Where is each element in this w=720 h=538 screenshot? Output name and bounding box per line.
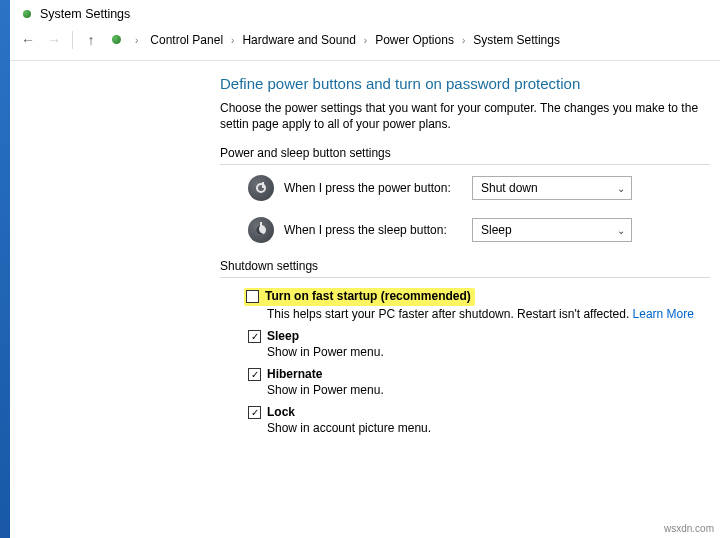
power-options-icon <box>18 6 34 22</box>
breadcrumb-control-panel[interactable]: Control Panel <box>146 31 227 49</box>
fast-startup-checkbox[interactable] <box>246 290 259 303</box>
fast-startup-label: Turn on fast startup (recommended) <box>265 289 471 303</box>
power-icon <box>248 175 274 201</box>
sleep-checkbox[interactable] <box>248 330 261 343</box>
sleep-description: Show in Power menu. <box>267 345 720 359</box>
forward-button: → <box>44 30 64 50</box>
power-button-value: Shut down <box>481 181 538 195</box>
power-button-row: When I press the power button: Shut down… <box>248 175 720 201</box>
content-area: Define power buttons and turn on passwor… <box>10 61 720 435</box>
section-power-sleep-title: Power and sleep button settings <box>220 146 710 165</box>
power-button-select[interactable]: Shut down ⌄ <box>472 176 632 200</box>
navbar: ← → ↑ › Control Panel › Hardware and Sou… <box>10 26 720 61</box>
chevron-right-icon: › <box>133 35 140 46</box>
page-description: Choose the power settings that you want … <box>220 100 720 132</box>
hibernate-checkbox[interactable] <box>248 368 261 381</box>
lock-description: Show in account picture menu. <box>267 421 720 435</box>
hibernate-label: Hibernate <box>267 367 322 381</box>
breadcrumb-hardware-sound[interactable]: Hardware and Sound <box>238 31 359 49</box>
learn-more-link[interactable]: Learn More <box>633 307 694 321</box>
divider <box>72 31 73 49</box>
breadcrumb-system-settings[interactable]: System Settings <box>469 31 564 49</box>
breadcrumb-power-options[interactable]: Power Options <box>371 31 458 49</box>
lock-label: Lock <box>267 405 295 419</box>
power-button-label: When I press the power button: <box>284 181 462 195</box>
watermark: wsxdn.com <box>664 523 714 534</box>
sleep-icon <box>248 217 274 243</box>
up-button[interactable]: ↑ <box>81 30 101 50</box>
section-shutdown-title: Shutdown settings <box>220 259 710 278</box>
fast-startup-description: This helps start your PC faster after sh… <box>267 307 720 321</box>
chevron-right-icon: › <box>229 35 236 46</box>
sleep-button-row: When I press the sleep button: Sleep ⌄ <box>248 217 720 243</box>
sleep-button-value: Sleep <box>481 223 512 237</box>
sleep-button-label: When I press the sleep button: <box>284 223 462 237</box>
sleep-label: Sleep <box>267 329 299 343</box>
window-title: System Settings <box>40 7 130 21</box>
chevron-down-icon: ⌄ <box>617 225 625 236</box>
breadcrumb: Control Panel › Hardware and Sound › Pow… <box>146 31 564 49</box>
sleep-button-select[interactable]: Sleep ⌄ <box>472 218 632 242</box>
power-options-icon <box>107 31 125 49</box>
chevron-right-icon: › <box>460 35 467 46</box>
hibernate-description: Show in Power menu. <box>267 383 720 397</box>
chevron-down-icon: ⌄ <box>617 183 625 194</box>
titlebar: System Settings <box>10 0 720 26</box>
chevron-right-icon: › <box>362 35 369 46</box>
back-button[interactable]: ← <box>18 30 38 50</box>
lock-checkbox[interactable] <box>248 406 261 419</box>
page-title: Define power buttons and turn on passwor… <box>220 75 720 92</box>
